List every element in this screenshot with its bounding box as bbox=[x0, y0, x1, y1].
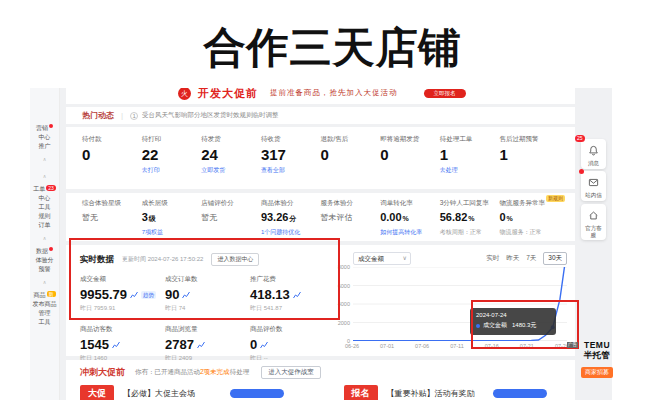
sidebar-item-badge: 新 bbox=[47, 291, 56, 297]
metric-action-link[interactable]: 如何提高转化率 bbox=[380, 228, 440, 237]
range-button[interactable]: 7天 bbox=[526, 254, 536, 263]
sidebar-item[interactable]: 工具 bbox=[39, 203, 51, 212]
order-metrics-card: 待付款 0 待打印 22 去打印 待发货 24 立即发货 待收货 bbox=[66, 127, 575, 189]
task-action-button[interactable] bbox=[230, 389, 284, 398]
sidebar-item[interactable]: 工具 bbox=[39, 318, 51, 327]
metric-label: 成长层级 bbox=[142, 199, 202, 208]
sidebar-item-label: 体验分 bbox=[36, 257, 54, 263]
sidebar-item[interactable]: 数据 bbox=[36, 247, 53, 256]
shop-metric: 综合体验星级 暂无 bbox=[82, 199, 142, 241]
range-button[interactable]: 昨天 bbox=[506, 254, 519, 263]
metric-value: 56.82% bbox=[440, 211, 500, 225]
task-title[interactable]: 【重要补贴】活动有奖励 bbox=[387, 388, 475, 399]
metric-value: 暂无 bbox=[201, 211, 261, 224]
metric-label: 待收货 bbox=[261, 135, 321, 144]
banner-cta-button[interactable]: 立即报名 bbox=[424, 89, 466, 98]
task-badge: 报名 bbox=[344, 385, 378, 400]
shop-metric: 3分钟人工回复率 56.82% 考核周期：正常 bbox=[440, 199, 500, 241]
sidebar-item-label: ∧ bbox=[43, 173, 47, 179]
sidebar-item[interactable]: 管理 bbox=[39, 309, 51, 318]
sidebar-item-label: 管理 bbox=[39, 310, 51, 316]
house-icon bbox=[588, 210, 599, 221]
range-button[interactable]: 实时 bbox=[486, 254, 499, 263]
sidebar-item[interactable]: 推广 bbox=[39, 142, 51, 151]
sidebar-item-label: 工单 bbox=[33, 186, 45, 192]
sidebar-item[interactable]: 工单23 bbox=[33, 185, 56, 194]
task-title[interactable]: 【必做】大促主会场 bbox=[123, 388, 195, 399]
sidebar-item[interactable]: 体验分 bbox=[36, 256, 54, 265]
realtime-metric: 商品访客数 1545 昨日 1460 bbox=[80, 325, 165, 363]
range-switcher: 实时 昨天 7天 30天 bbox=[486, 252, 567, 265]
messages-fab-button[interactable]: 25 消息 bbox=[581, 139, 606, 169]
order-metric: 退款/售后 0 bbox=[321, 135, 381, 189]
sidebar-item[interactable]: 订单 bbox=[39, 221, 51, 230]
metric-value: 22 bbox=[142, 147, 202, 163]
range-button[interactable]: 30天 bbox=[543, 252, 567, 265]
metric-label: 店铺评价分 bbox=[201, 199, 261, 208]
message-count-badge: 25 bbox=[575, 135, 585, 142]
promo-banner[interactable]: 火 开发大促前 提前准备商品，抢先加入大促活动 立即报名 bbox=[66, 88, 575, 104]
metric-value: 0% bbox=[499, 211, 559, 225]
sidebar-item-label: 数据 bbox=[36, 248, 48, 254]
metric-status-text: 考核周期：正常 bbox=[440, 228, 500, 237]
metric-value: 0 bbox=[82, 147, 142, 163]
annotation-box-realtime bbox=[69, 238, 340, 320]
temu-ad-line2: 半托管 bbox=[574, 351, 620, 361]
news-announcement-link[interactable]: 受台风天气影响部分地区发货时效规则临时调整 bbox=[142, 111, 279, 120]
metric-value: 0 bbox=[250, 337, 257, 352]
temu-ad[interactable]: 广告 TEMU 半托管 商家招募 bbox=[574, 341, 620, 378]
trend-chart-icon[interactable] bbox=[112, 341, 120, 349]
inbox-fab-button[interactable]: 站内信 bbox=[581, 171, 606, 201]
metric-action-link[interactable]: 去打印 bbox=[142, 166, 202, 175]
metric-label: 待处理工单 bbox=[440, 135, 500, 144]
metric-select-dropdown[interactable]: 成交金额 ∨ bbox=[353, 252, 411, 265]
order-metric: 待处理工单 1 去处理 bbox=[440, 135, 500, 189]
metric-value: 暂未评估 bbox=[321, 211, 381, 224]
metric-action-link[interactable]: 7项权益 bbox=[142, 228, 202, 237]
metric-action-link[interactable]: 查看全部 bbox=[261, 166, 321, 175]
merchant-recruit-button[interactable]: 商家招募 bbox=[581, 367, 613, 378]
sidebar-item[interactable]: 发布商品 bbox=[33, 300, 57, 309]
page-title: 合作三天店铺 bbox=[0, 20, 665, 76]
task-action-button[interactable] bbox=[493, 389, 547, 398]
sidebar-item[interactable]: ∧ bbox=[43, 172, 47, 181]
trend-chart-icon[interactable] bbox=[260, 341, 268, 349]
order-metric: 待打印 22 去打印 bbox=[142, 135, 202, 189]
sidebar-item[interactable]: 规则 bbox=[39, 212, 51, 221]
sidebar-item[interactable]: ∧ bbox=[43, 278, 47, 287]
trend-chart-icon[interactable] bbox=[197, 341, 205, 349]
sidebar-item[interactable]: ∧ bbox=[43, 234, 47, 243]
ad-tag: 广告 bbox=[567, 342, 578, 348]
sidebar-item-label: ∧ bbox=[43, 235, 47, 241]
metric-label: 商品访客数 bbox=[80, 325, 165, 334]
metric-action-link[interactable]: 去处理 bbox=[440, 166, 500, 175]
official-service-fab-button[interactable]: 官方客服 bbox=[581, 204, 606, 240]
metric-action-link[interactable]: 立即发货 bbox=[201, 166, 261, 175]
war-room-button[interactable]: 进入大促作战室 bbox=[261, 366, 321, 379]
promo-section-title: 冲刺大促前 bbox=[80, 366, 125, 379]
sidebar-item[interactable]: ∧ bbox=[43, 155, 47, 164]
shop-metric: 成长层级 3级 7项权益 bbox=[142, 199, 202, 241]
promo-desc: 你有：已开通商品活动2项未完成待处理 bbox=[135, 368, 249, 377]
sidebar-item-label: 规则 bbox=[39, 213, 51, 219]
sidebar-item[interactable]: 商品新 bbox=[34, 291, 56, 300]
metric-value: 1 bbox=[440, 147, 500, 163]
metric-value: 317 bbox=[261, 147, 321, 163]
sidebar-item[interactable]: 中心 bbox=[39, 194, 51, 203]
divider: | bbox=[121, 111, 123, 120]
metric-label: 待发货 bbox=[201, 135, 261, 144]
realtime-metric: 商品浏览量 2787 昨日 2409 bbox=[165, 325, 250, 363]
sidebar-item-badge: 23 bbox=[46, 185, 56, 191]
metric-label: 商品浏览量 bbox=[165, 325, 250, 334]
chevron-down-icon: ∨ bbox=[403, 253, 407, 264]
news-number-icon: 1 bbox=[130, 112, 138, 120]
sidebar-item-label: 发布商品 bbox=[33, 301, 57, 307]
metric-label: 服务体验分 bbox=[321, 199, 381, 208]
sidebar-item[interactable]: 营销 bbox=[36, 124, 53, 133]
metric-action-link[interactable]: 1个问题待优化 bbox=[261, 228, 321, 237]
metric-status-text: 物流服务：正常 bbox=[499, 228, 559, 237]
sidebar-item-label: 商品 bbox=[34, 292, 46, 298]
sidebar-item[interactable]: 中心 bbox=[39, 133, 51, 142]
metric-value: 3级 bbox=[142, 211, 202, 225]
sidebar-item[interactable]: 预警 bbox=[39, 265, 51, 274]
